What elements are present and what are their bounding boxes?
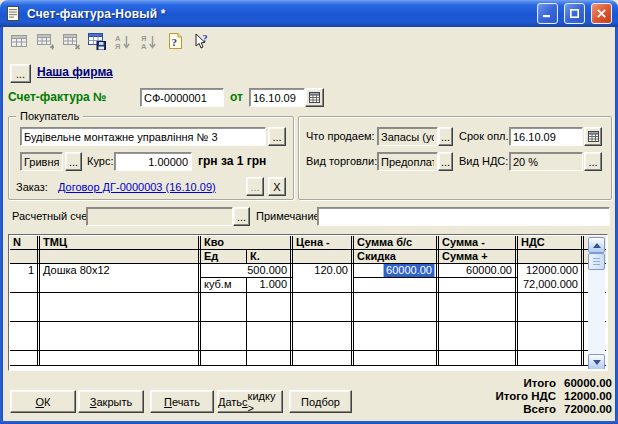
table-scrollbar[interactable] <box>588 237 605 369</box>
cell-nds-2[interactable]: 72,000.000 <box>518 278 584 292</box>
cell-price[interactable]: 120.00 <box>293 264 354 278</box>
btn-accel: З <box>90 396 97 408</box>
cell-qty[interactable]: 500.000 <box>201 264 293 278</box>
cell-nds[interactable]: 12000.000 <box>518 264 584 278</box>
vat-input[interactable] <box>509 152 583 171</box>
col-header-price: Цена - <box>293 236 354 249</box>
cell-empty <box>40 351 201 365</box>
chevron-down-icon <box>593 360 601 365</box>
cell-empty <box>201 351 247 365</box>
buyer-lookup-button[interactable]: ... <box>268 127 286 146</box>
close-form-button[interactable]: Закрыть <box>78 390 144 413</box>
selected-cell-editor[interactable]: 60000.00 <box>384 264 434 277</box>
calendar-icon <box>588 131 599 142</box>
maximize-button[interactable] <box>564 3 585 24</box>
close-button[interactable] <box>591 3 612 24</box>
order-clear-button[interactable]: X <box>268 177 286 196</box>
ellipsis-glyph: ... <box>441 156 450 168</box>
btn-text: акрыть <box>96 396 132 408</box>
save-table-settings-icon[interactable] <box>86 31 108 52</box>
cell-empty <box>354 322 439 336</box>
cell-unit[interactable]: куб.м <box>201 278 247 292</box>
cell-empty <box>439 351 518 365</box>
cell-empty <box>10 322 40 336</box>
cell-tmc[interactable]: Дошка 80x12 <box>40 264 201 278</box>
ellipsis-glyph: ... <box>441 131 450 143</box>
rate-label: Курс: <box>87 155 113 168</box>
trade-lookup-button[interactable]: ... <box>438 152 453 171</box>
firm-lookup-button[interactable]: ... <box>10 64 31 83</box>
account-label: Расчетный счет: <box>12 210 95 223</box>
cell-empty <box>201 307 247 321</box>
invoice-date-calendar-button[interactable] <box>305 88 324 107</box>
btn-accel: П <box>164 396 172 408</box>
minimize-button[interactable] <box>537 3 558 24</box>
trade-input[interactable] <box>377 152 438 171</box>
rate-input[interactable] <box>114 152 192 171</box>
calendar-icon <box>309 92 320 103</box>
table-row-empty[interactable] <box>10 322 606 351</box>
col-header-ed: Ед <box>201 250 247 263</box>
invoice-number-label: Счет-фактура № <box>8 91 106 104</box>
col-header-skidka: Скидка <box>354 250 439 263</box>
select-items-button[interactable]: Подбор <box>289 390 352 413</box>
note-label: Примечание: <box>256 210 323 223</box>
cell-empty <box>40 336 201 350</box>
firm-link[interactable]: Наша фирма <box>37 66 113 79</box>
svg-text:?: ? <box>202 33 207 44</box>
currency-lookup-button[interactable]: ... <box>65 152 82 171</box>
cell-empty <box>354 293 439 307</box>
table-row-empty[interactable] <box>10 293 606 322</box>
order-lookup-button: ... <box>246 177 264 196</box>
due-date-input[interactable] <box>509 127 583 146</box>
cell-sum-bs[interactable]: 60000.00 <box>354 264 439 278</box>
table-row[interactable]: 1 Дошка 80x12 500.000 120.00 60000.00 60… <box>10 264 606 293</box>
cell-empty <box>293 307 354 321</box>
invoice-number-input[interactable] <box>140 88 224 107</box>
cell-empty <box>518 336 584 350</box>
grand-total-value: 72000.00 <box>532 403 612 416</box>
what-input[interactable] <box>377 127 438 146</box>
table-row-empty[interactable] <box>10 351 606 366</box>
context-help-icon[interactable]: ? <box>190 31 212 52</box>
currency-input[interactable] <box>20 152 63 171</box>
col-header-tmc: ТМЦ <box>40 236 201 249</box>
sort-descending-icon: ЯА <box>138 31 160 52</box>
cell-sum-minus[interactable]: 60000.00 <box>439 264 518 278</box>
note-input[interactable] <box>317 207 610 226</box>
cell-rownum[interactable]: 1 <box>10 264 40 278</box>
help-icon[interactable]: ? <box>164 31 186 52</box>
cell-empty <box>354 278 439 292</box>
buyer-name-input[interactable] <box>20 127 266 146</box>
due-date-calendar-button[interactable] <box>584 127 602 146</box>
cell-empty <box>354 307 439 321</box>
what-lookup-button[interactable]: ... <box>438 127 453 146</box>
cell-empty <box>293 293 354 307</box>
title-bar[interactable]: Счет-фактура-Новый * <box>0 0 618 27</box>
cell-coef[interactable]: 1.000 <box>247 278 293 292</box>
order-link[interactable]: Договор ДГ-0000003 (16.10.09) <box>58 181 216 194</box>
cell-empty <box>247 322 293 336</box>
cell-empty <box>247 351 293 365</box>
account-lookup-button[interactable]: ... <box>233 207 250 226</box>
invoice-date-input[interactable] <box>249 88 305 107</box>
cell-empty <box>293 322 354 336</box>
rate-suffix-label: грн за 1 грн <box>198 155 266 168</box>
cell-empty <box>293 351 354 365</box>
print-button[interactable]: Печать <box>150 390 214 413</box>
cell-empty <box>10 307 40 321</box>
btn-text: ечать <box>172 396 200 408</box>
col-header-empty <box>40 250 201 263</box>
vat-lookup-button[interactable]: ... <box>584 152 602 171</box>
account-input[interactable] <box>86 207 233 226</box>
scroll-down-button[interactable] <box>588 354 605 369</box>
discount-button[interactable]: Дать скидку > <box>217 390 283 413</box>
due-label: Срок опл.: <box>459 130 512 143</box>
col-header-empty <box>518 250 584 263</box>
cell-empty <box>40 278 201 292</box>
cell-empty <box>201 293 247 307</box>
ellipsis-glyph: ... <box>588 156 597 168</box>
scroll-up-button[interactable] <box>588 237 605 253</box>
ok-button[interactable]: ОК <box>10 390 76 413</box>
scrollbar-thumb[interactable] <box>588 253 605 270</box>
